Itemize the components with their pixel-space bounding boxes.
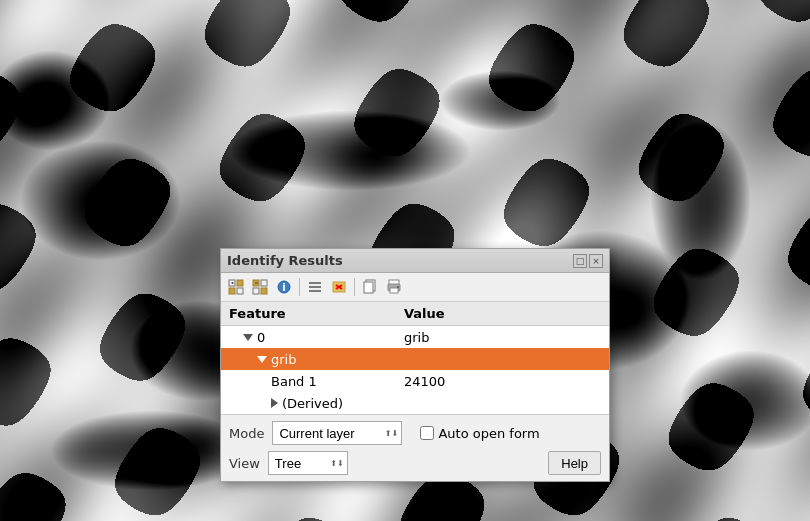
- table-row[interactable]: grib: [221, 348, 609, 370]
- feature-column-header: Feature: [225, 304, 400, 323]
- view-label: View: [229, 456, 260, 471]
- print-button[interactable]: [383, 276, 405, 298]
- feature-value: grib: [271, 352, 296, 367]
- dialog-controls: □ ×: [573, 254, 603, 268]
- toolbar: i: [221, 273, 609, 302]
- value-column-header: Value: [400, 304, 605, 323]
- svg-rect-23: [390, 288, 398, 293]
- svg-rect-7: [261, 280, 267, 286]
- expand-icon: [243, 334, 253, 341]
- collapse-all-icon: [252, 279, 268, 295]
- copy-button[interactable]: [359, 276, 381, 298]
- feature-cell: Band 1: [225, 373, 400, 390]
- expand-icon: [271, 398, 278, 408]
- expand-icon: [257, 356, 267, 363]
- identify-icon: i: [276, 279, 292, 295]
- svg-rect-3: [237, 288, 243, 294]
- mode-select-wrapper: Current layer Top down All layers: [272, 421, 402, 445]
- feature-cell: (Derived): [225, 395, 400, 412]
- clear-button[interactable]: [328, 276, 350, 298]
- feature-cell: 0: [225, 329, 400, 346]
- print-icon: [386, 279, 402, 295]
- minimize-button[interactable]: □: [573, 254, 587, 268]
- table-row[interactable]: Band 1 24100: [221, 370, 609, 392]
- value-cell: 24100: [400, 373, 605, 390]
- auto-open-row: Auto open form: [420, 426, 539, 441]
- feature-value: Band 1: [271, 374, 317, 389]
- toolbar-separator-2: [354, 278, 355, 296]
- feature-cell: grib: [225, 351, 400, 368]
- clear-icon: [331, 279, 347, 295]
- close-button[interactable]: ×: [589, 254, 603, 268]
- copy-icon: [362, 279, 378, 295]
- view-select[interactable]: Tree Table: [268, 451, 348, 475]
- expand-all-icon: [228, 279, 244, 295]
- view-left: View Tree Table: [229, 451, 348, 475]
- svg-rect-8: [253, 288, 259, 294]
- expand-all-button[interactable]: [225, 276, 247, 298]
- mode-label: Mode: [229, 426, 264, 441]
- dialog-title: Identify Results: [227, 253, 343, 268]
- view-row: View Tree Table Help: [229, 451, 601, 475]
- svg-point-24: [397, 286, 399, 288]
- table-row[interactable]: (Derived): [221, 392, 609, 414]
- toolbar-separator-1: [299, 278, 300, 296]
- list-view-button[interactable]: [304, 276, 326, 298]
- identify-button[interactable]: i: [273, 276, 295, 298]
- svg-text:i: i: [282, 282, 285, 293]
- identify-results-dialog: Identify Results □ ×: [220, 248, 610, 482]
- value-cell: [400, 358, 605, 360]
- svg-rect-9: [261, 288, 267, 294]
- auto-open-checkbox[interactable]: [420, 426, 434, 440]
- mode-row: Mode Current layer Top down All layers A…: [229, 421, 601, 445]
- auto-open-label: Auto open form: [438, 426, 539, 441]
- view-select-wrapper: Tree Table: [268, 451, 348, 475]
- svg-rect-1: [237, 280, 243, 286]
- feature-value: (Derived): [282, 396, 343, 411]
- table-row[interactable]: 0 grib: [221, 326, 609, 348]
- mode-select[interactable]: Current layer Top down All layers: [272, 421, 402, 445]
- help-button[interactable]: Help: [548, 451, 601, 475]
- list-view-icon: [307, 279, 323, 295]
- value-cell: grib: [400, 329, 605, 346]
- feature-value: 0: [257, 330, 265, 345]
- collapse-all-button[interactable]: [249, 276, 271, 298]
- svg-rect-20: [364, 282, 373, 293]
- table-header: Feature Value: [221, 302, 609, 326]
- results-table: Feature Value 0 grib grib: [221, 302, 609, 415]
- value-cell: [400, 402, 605, 404]
- svg-rect-2: [229, 288, 235, 294]
- bottom-section: Mode Current layer Top down All layers A…: [221, 415, 609, 481]
- dialog-titlebar: Identify Results □ ×: [221, 249, 609, 273]
